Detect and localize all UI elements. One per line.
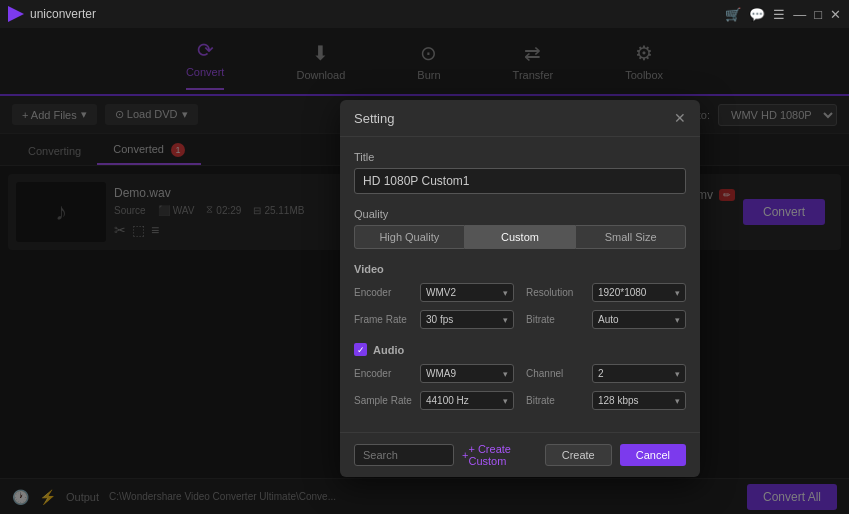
resolution-field: Resolution 1920*1080 ▾	[526, 283, 686, 302]
audio-bitrate-field: Bitrate 128 kbps ▾	[526, 391, 686, 410]
maximize-icon[interactable]: □	[814, 7, 822, 22]
chat-icon[interactable]: 💬	[749, 7, 765, 22]
quality-group: Quality High Quality Custom Small Size	[354, 208, 686, 249]
video-bitrate-label: Bitrate	[526, 314, 586, 325]
resolution-dropdown-icon: ▾	[675, 288, 680, 298]
encoder-select[interactable]: WMV2 ▾	[420, 283, 514, 302]
modal-header: Setting ✕	[340, 100, 700, 137]
audio-checkbox-row: ✓ Audio	[354, 343, 686, 356]
app-logo	[8, 6, 24, 22]
video-section-title: Video	[354, 263, 686, 275]
quality-label: Quality	[354, 208, 686, 220]
audio-channel-field: Channel 2 ▾	[526, 364, 686, 383]
create-custom-link[interactable]: + + Create Custom	[462, 443, 545, 467]
video-row-1: Encoder WMV2 ▾ Resolution 1920*1080 ▾	[354, 283, 686, 302]
modal-close-button[interactable]: ✕	[674, 110, 686, 126]
quality-custom-button[interactable]: Custom	[465, 225, 576, 249]
title-bar-controls: 🛒 💬 ☰ — □ ✕	[725, 7, 841, 22]
frame-rate-field: Frame Rate 30 fps ▾	[354, 310, 514, 329]
setting-modal: Setting ✕ Title Quality High Quality Cus…	[340, 100, 700, 477]
modal-footer-buttons: Create Cancel	[545, 444, 686, 466]
modal-title: Setting	[354, 111, 394, 126]
audio-checkbox[interactable]: ✓	[354, 343, 367, 356]
title-field-label: Title	[354, 151, 686, 163]
audio-section-title: Audio	[373, 344, 404, 356]
audio-sample-rate-dropdown-icon: ▾	[503, 396, 508, 406]
quality-selector: High Quality Custom Small Size	[354, 225, 686, 249]
encoder-dropdown-icon: ▾	[503, 288, 508, 298]
app-brand: uniconverter	[8, 6, 96, 22]
audio-encoder-label: Encoder	[354, 368, 414, 379]
audio-sample-rate-select[interactable]: 44100 Hz ▾	[420, 391, 514, 410]
frame-rate-select[interactable]: 30 fps ▾	[420, 310, 514, 329]
encoder-label: Encoder	[354, 287, 414, 298]
menu-icon[interactable]: ☰	[773, 7, 785, 22]
video-bitrate-field: Bitrate Auto ▾	[526, 310, 686, 329]
audio-section: ✓ Audio Encoder WMA9 ▾ Channel 2 ▾	[354, 343, 686, 410]
cart-icon[interactable]: 🛒	[725, 7, 741, 22]
audio-channel-label: Channel	[526, 368, 586, 379]
title-field-group: Title	[354, 151, 686, 194]
resolution-select[interactable]: 1920*1080 ▾	[592, 283, 686, 302]
audio-bitrate-dropdown-icon: ▾	[675, 396, 680, 406]
frame-rate-dropdown-icon: ▾	[503, 315, 508, 325]
video-bitrate-select[interactable]: Auto ▾	[592, 310, 686, 329]
audio-sample-rate-field: Sample Rate 44100 Hz ▾	[354, 391, 514, 410]
audio-encoder-select[interactable]: WMA9 ▾	[420, 364, 514, 383]
audio-channel-select[interactable]: 2 ▾	[592, 364, 686, 383]
modal-footer: + + Create Custom Create Cancel	[340, 432, 700, 477]
frame-rate-label: Frame Rate	[354, 314, 414, 325]
encoder-field: Encoder WMV2 ▾	[354, 283, 514, 302]
audio-encoder-field: Encoder WMA9 ▾	[354, 364, 514, 383]
audio-channel-dropdown-icon: ▾	[675, 369, 680, 379]
audio-encoder-dropdown-icon: ▾	[503, 369, 508, 379]
video-section: Video Encoder WMV2 ▾ Resolution 1920*108…	[354, 263, 686, 329]
title-input[interactable]	[354, 168, 686, 194]
audio-sample-rate-label: Sample Rate	[354, 395, 414, 406]
close-icon[interactable]: ✕	[830, 7, 841, 22]
video-row-2: Frame Rate 30 fps ▾ Bitrate Auto ▾	[354, 310, 686, 329]
audio-bitrate-label: Bitrate	[526, 395, 586, 406]
search-input[interactable]	[354, 444, 454, 466]
video-bitrate-dropdown-icon: ▾	[675, 315, 680, 325]
cancel-button[interactable]: Cancel	[620, 444, 686, 466]
create-button[interactable]: Create	[545, 444, 612, 466]
minimize-icon[interactable]: —	[793, 7, 806, 22]
quality-high-button[interactable]: High Quality	[354, 225, 465, 249]
resolution-label: Resolution	[526, 287, 586, 298]
audio-row-1: Encoder WMA9 ▾ Channel 2 ▾	[354, 364, 686, 383]
audio-bitrate-select[interactable]: 128 kbps ▾	[592, 391, 686, 410]
audio-row-2: Sample Rate 44100 Hz ▾ Bitrate 128 kbps …	[354, 391, 686, 410]
app-title: uniconverter	[30, 7, 96, 21]
title-bar: uniconverter 🛒 💬 ☰ — □ ✕	[0, 0, 849, 28]
quality-small-button[interactable]: Small Size	[575, 225, 686, 249]
modal-body: Title Quality High Quality Custom Small …	[340, 137, 700, 432]
